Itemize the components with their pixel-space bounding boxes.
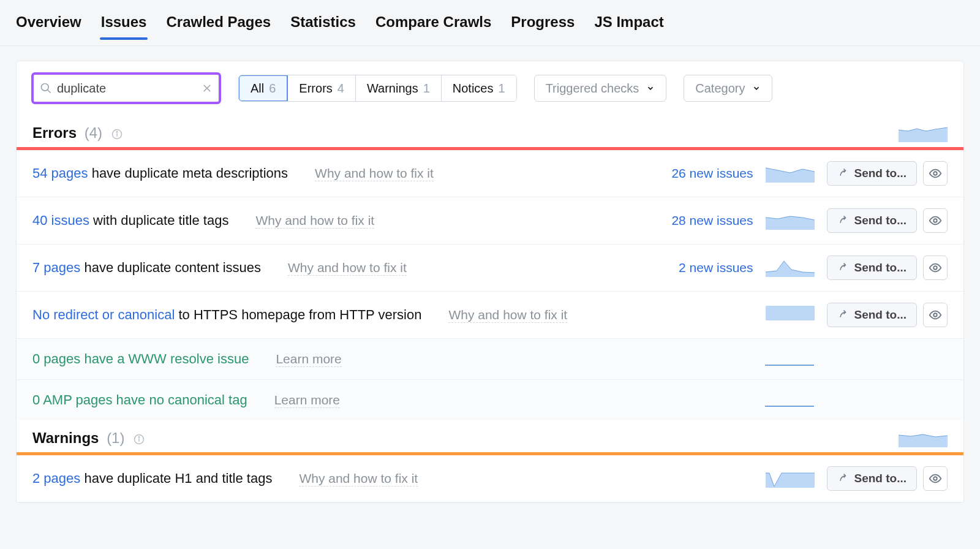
issue-text: 40 issues with duplicate title tags	[32, 213, 228, 229]
issue-row: 54 pages have duplicate meta description…	[17, 150, 963, 197]
hide-issue-button[interactable]	[923, 303, 948, 327]
warnings-sparkline	[899, 429, 948, 447]
warnings-title: Warnings	[32, 430, 99, 446]
issue-row: 40 issues with duplicate title tags Why …	[17, 197, 963, 244]
issue-row-ghost: 0 pages have a WWW resolve issue Learn m…	[17, 339, 963, 380]
info-icon[interactable]	[134, 434, 145, 445]
send-to-button[interactable]: Send to...	[827, 303, 918, 327]
issue-row-ghost: 0 AMP pages have no canonical tag Learn …	[17, 380, 963, 420]
send-to-button[interactable]: Send to...	[827, 466, 918, 491]
issue-link[interactable]: No redirect or canonical	[32, 307, 175, 322]
seg-notices-count: 1	[499, 81, 505, 96]
tab-progress[interactable]: Progress	[510, 11, 576, 39]
issue-row: 7 pages have duplicate content issues Wh…	[17, 244, 963, 292]
eye-icon	[929, 167, 942, 180]
issue-link[interactable]: 2 pages	[32, 471, 80, 486]
new-issues-link[interactable]: 28 new issues	[671, 213, 753, 228]
learn-more-link[interactable]: Learn more	[276, 352, 341, 367]
info-icon[interactable]	[111, 129, 123, 140]
issue-link[interactable]: 54 pages	[32, 165, 88, 181]
tab-js-impact[interactable]: JS Impact	[593, 11, 665, 39]
errors-section-header: Errors (4)	[17, 115, 963, 147]
issue-text: 0 AMP pages have no canonical tag	[32, 392, 247, 408]
svg-point-16	[933, 477, 937, 480]
issue-text: 2 pages have duplicate H1 and title tags	[32, 471, 272, 487]
issue-desc-green: 0 pages have a WWW resolve issue	[32, 351, 249, 366]
issue-sparkline	[765, 391, 814, 409]
tab-issues[interactable]: Issues	[100, 11, 148, 39]
issue-desc: have duplicate meta descriptions	[88, 165, 288, 181]
svg-point-0	[42, 84, 49, 91]
share-arrow-icon	[837, 262, 848, 273]
seg-all[interactable]: All 6	[238, 75, 288, 102]
seg-warnings[interactable]: Warnings 1	[356, 75, 442, 101]
issue-desc: to HTTPS homepage from HTTP version	[175, 307, 421, 322]
chevron-down-icon	[752, 84, 761, 93]
clear-search-icon[interactable]	[202, 83, 213, 94]
seg-warnings-label: Warnings	[367, 81, 418, 96]
errors-count: (4)	[85, 124, 102, 141]
issue-link[interactable]: 40 issues	[32, 213, 89, 228]
issue-text: 54 pages have duplicate meta description…	[32, 165, 288, 181]
svg-point-8	[933, 219, 937, 222]
svg-point-6	[116, 131, 118, 132]
hide-issue-button[interactable]	[923, 161, 948, 186]
eye-icon	[929, 308, 942, 322]
issue-sparkline	[766, 306, 815, 324]
send-to-label: Send to...	[854, 214, 907, 227]
category-dropdown[interactable]: Category	[684, 75, 772, 102]
issue-desc: have duplicate content issues	[80, 260, 261, 275]
issue-text: No redirect or canonical to HTTPS homepa…	[32, 307, 421, 323]
svg-line-1	[48, 90, 51, 93]
new-issues-link[interactable]: 26 new issues	[671, 166, 753, 181]
why-how-link[interactable]: Why and how to fix it	[288, 260, 407, 276]
why-how-link[interactable]: Why and how to fix it	[315, 166, 434, 181]
issues-toolbar: All 6 Errors 4 Warnings 1 Notices 1 Trig…	[17, 72, 963, 115]
search-input[interactable]	[52, 81, 202, 96]
send-to-label: Send to...	[854, 308, 907, 322]
search-input-wrap[interactable]	[31, 72, 221, 104]
seg-all-label: All	[251, 81, 264, 96]
why-how-link[interactable]: Why and how to fix it	[255, 213, 374, 229]
seg-notices[interactable]: Notices 1	[442, 75, 516, 101]
errors-title: Errors	[32, 124, 77, 141]
tab-compare-crawls[interactable]: Compare Crawls	[374, 11, 492, 39]
send-to-button[interactable]: Send to...	[827, 161, 918, 186]
issue-sparkline	[766, 211, 815, 230]
issue-desc: have duplicate H1 and title tags	[80, 471, 272, 486]
issue-sparkline	[766, 164, 815, 183]
share-arrow-icon	[837, 215, 848, 226]
tab-crawled-pages[interactable]: Crawled Pages	[165, 11, 272, 39]
hide-issue-button[interactable]	[923, 466, 948, 491]
send-to-button[interactable]: Send to...	[827, 208, 918, 233]
issue-sparkline	[765, 350, 814, 368]
why-how-link[interactable]: Why and how to fix it	[448, 308, 567, 323]
svg-point-9	[933, 266, 937, 270]
svg-point-15	[138, 436, 140, 437]
tab-statistics[interactable]: Statistics	[289, 11, 357, 39]
why-how-link[interactable]: Why and how to fix it	[299, 471, 418, 487]
hide-issue-button[interactable]	[923, 256, 948, 280]
svg-point-10	[933, 313, 937, 317]
eye-icon	[929, 472, 942, 485]
issue-link[interactable]: 7 pages	[32, 260, 80, 275]
new-issues-link[interactable]: 2 new issues	[679, 260, 753, 275]
tab-overview[interactable]: Overview	[15, 11, 83, 39]
eye-icon	[929, 214, 942, 227]
hide-issue-button[interactable]	[923, 208, 948, 233]
top-nav: Overview Issues Crawled Pages Statistics…	[0, 0, 980, 46]
triggered-checks-dropdown[interactable]: Triggered checks	[534, 75, 667, 102]
learn-more-link[interactable]: Learn more	[274, 393, 340, 408]
issue-text: 0 pages have a WWW resolve issue	[32, 351, 249, 367]
warnings-count: (1)	[107, 430, 124, 446]
triggered-checks-label: Triggered checks	[546, 81, 639, 96]
send-to-label: Send to...	[854, 261, 907, 274]
seg-errors[interactable]: Errors 4	[288, 75, 356, 101]
send-to-button[interactable]: Send to...	[827, 256, 918, 280]
issue-desc: with duplicate title tags	[89, 213, 228, 228]
issues-panel: All 6 Errors 4 Warnings 1 Notices 1 Trig…	[16, 61, 964, 503]
seg-errors-label: Errors	[299, 81, 332, 96]
issue-row: No redirect or canonical to HTTPS homepa…	[17, 292, 963, 339]
errors-sparkline	[899, 124, 948, 142]
chevron-down-icon	[646, 84, 655, 93]
